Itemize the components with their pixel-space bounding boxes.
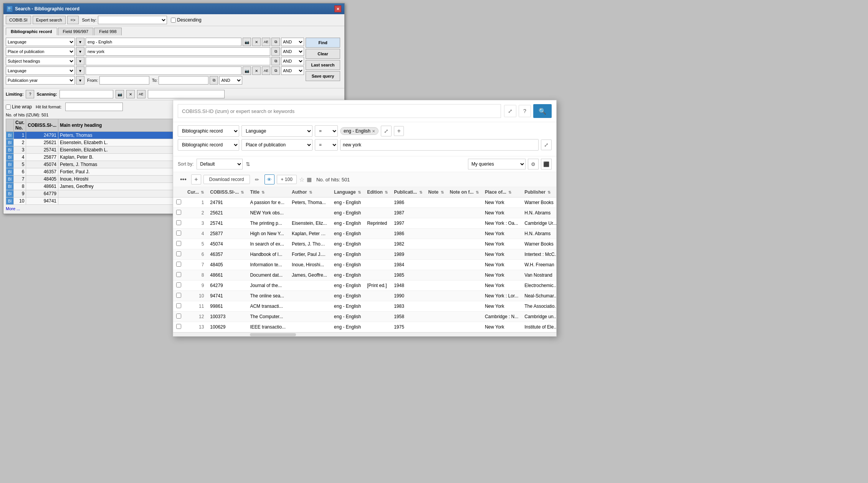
last-search-button[interactable]: Last search	[306, 60, 340, 70]
line-wrap-checkbox[interactable]	[6, 105, 11, 110]
row-checkbox[interactable]	[176, 251, 181, 256]
col-header[interactable]: Note ⇅	[425, 187, 447, 198]
table-row[interactable]: 1199861ACM transacti...eng - English1983…	[173, 301, 556, 312]
row-checkbox[interactable]	[176, 241, 181, 246]
filter-btn-4[interactable]: ▼	[76, 66, 84, 75]
row-checkbox[interactable]	[176, 282, 181, 287]
w2-download-btn[interactable]: Download record	[203, 175, 250, 184]
operator-5[interactable]: AND	[219, 76, 242, 85]
table-row[interactable]: 1094741The online sea...eng - English199…	[173, 291, 556, 301]
w2-row1-expand[interactable]: ⤢	[381, 126, 392, 136]
year-from-input[interactable]	[99, 76, 149, 85]
table-row[interactable]: 545074In search of ex...Peters, J. Thom.…	[173, 239, 556, 249]
row-checkbox-cell[interactable]	[173, 322, 184, 332]
col-header[interactable]: Cur... ⇅	[184, 187, 207, 198]
copy-btn-5[interactable]: ⧉	[210, 76, 218, 85]
w2-edit-btn[interactable]: ✏	[252, 174, 262, 184]
field-select-subject[interactable]: Subject headings	[6, 57, 75, 65]
w2-sort-select[interactable]: Default	[197, 159, 243, 169]
row-checkbox-cell[interactable]	[173, 260, 184, 270]
row-checkbox-cell[interactable]	[173, 208, 184, 218]
table-row[interactable]: 12100373The Computer...eng - English1958…	[173, 312, 556, 322]
arrow-button[interactable]: =>	[67, 16, 79, 24]
row-checkbox-cell[interactable]	[173, 198, 184, 208]
row-checkbox[interactable]	[176, 220, 181, 225]
table-row[interactable]: 325741The printing p...Eisenstein, Eliz.…	[173, 218, 556, 229]
tab-bibliographic[interactable]: Bibliographic record	[6, 28, 57, 35]
w2-filter-op-2[interactable]: =	[315, 139, 338, 151]
row-checkbox-cell[interactable]	[173, 239, 184, 249]
filter-btn-1[interactable]: ▼	[76, 38, 84, 46]
row-checkbox[interactable]	[176, 210, 181, 215]
w2-filter-value-2[interactable]	[340, 139, 539, 151]
col-header[interactable]: COBISS.SI-... ⇅	[207, 187, 247, 198]
table-row[interactable]: 124791A passion for e...Peters, Thoma...…	[173, 198, 556, 208]
operator-3[interactable]: AND	[281, 57, 304, 65]
col-header[interactable]: Publisher ⇅	[521, 187, 556, 198]
row-checkbox-cell[interactable]	[173, 312, 184, 322]
sort-select[interactable]	[98, 16, 167, 24]
row-checkbox-cell[interactable]	[173, 270, 184, 281]
row-checkbox[interactable]	[176, 199, 181, 204]
w2-plus100-btn[interactable]: + 100	[277, 175, 297, 184]
row-checkbox-cell[interactable]	[173, 229, 184, 239]
w2-action-add-btn[interactable]: +	[191, 174, 201, 184]
clear-btn-1[interactable]: ✕	[252, 38, 261, 46]
w2-filter-main-2[interactable]: Bibliographic record	[178, 139, 239, 151]
row-checkbox[interactable]	[176, 262, 181, 267]
subject-input[interactable]	[86, 57, 270, 65]
filter-btn-2[interactable]: ▼	[76, 47, 84, 56]
copy-btn-3[interactable]: ⧉	[271, 57, 280, 65]
ae-btn-2[interactable]: AE	[262, 66, 270, 75]
limiting-input[interactable]	[60, 90, 113, 98]
col-header[interactable]: Note on f... ⇅	[447, 187, 482, 198]
format-input[interactable]: Default format	[65, 103, 123, 111]
row-checkbox[interactable]	[176, 314, 181, 319]
year-to-input[interactable]	[159, 76, 208, 85]
w2-tag-close-1[interactable]: ✕	[372, 129, 375, 133]
w2-star-btn[interactable]: ☆	[299, 176, 304, 183]
w2-queries-select[interactable]: My queries	[468, 159, 526, 169]
field-select-language[interactable]: Language	[6, 38, 75, 46]
row-checkbox-cell[interactable]	[173, 218, 184, 229]
tab-field-996[interactable]: Field 996/997	[58, 28, 94, 35]
w2-filter-op-1[interactable]: =	[315, 125, 338, 137]
field-select-place[interactable]: Place of publication	[6, 47, 75, 56]
table-row[interactable]: 13100629IEEE transactio...eng - English1…	[173, 322, 556, 332]
operator-1[interactable]: AND	[281, 38, 304, 46]
w2-row2-expand[interactable]: ⤢	[541, 139, 552, 150]
limiting-cam-btn[interactable]: 📷	[116, 90, 124, 98]
clear-button[interactable]: Clear	[306, 49, 340, 59]
tab-field-998[interactable]: Field 998	[94, 28, 121, 35]
copy-btn-1[interactable]: ⧉	[271, 38, 280, 46]
w2-export-btn[interactable]: ⬛	[541, 159, 552, 169]
place-input[interactable]	[86, 47, 270, 56]
clear-btn-2[interactable]: ✕	[252, 66, 261, 75]
table-row[interactable]: 225621NEW York obs...eng - English1987Ne…	[173, 208, 556, 218]
table-row[interactable]: 425877High on New Y...Kaplan, Peter B...…	[173, 229, 556, 239]
row-checkbox[interactable]	[176, 293, 181, 298]
ae-btn-1[interactable]: AE	[262, 38, 270, 46]
more-link[interactable]: More ...	[6, 206, 20, 211]
scrollbar[interactable]	[173, 332, 556, 336]
row-checkbox[interactable]	[176, 272, 181, 277]
camera-btn-1[interactable]: 📷	[243, 38, 251, 46]
w2-help-btn[interactable]: ?	[519, 105, 531, 117]
col-header[interactable]: Language ⇅	[331, 187, 364, 198]
col-header[interactable]: Author ⇅	[289, 187, 331, 198]
table-row[interactable]: 848661Document dat...James, Geoffre...en…	[173, 270, 556, 281]
w2-filter-main-1[interactable]: Bibliographic record	[178, 125, 239, 137]
copy-btn-4[interactable]: ⧉	[271, 66, 280, 75]
row-checkbox-cell[interactable]	[173, 291, 184, 301]
col-header[interactable]: Title ⇅	[247, 187, 289, 198]
camera-btn-2[interactable]: 📷	[243, 66, 251, 75]
find-button[interactable]: Find	[306, 38, 340, 48]
cobiss-button[interactable]: COBIB.SI	[6, 16, 31, 24]
w2-grid-btn[interactable]: ▦	[307, 176, 312, 183]
col-header[interactable]: Edition ⇅	[364, 187, 391, 198]
operator-4[interactable]: AND	[281, 66, 304, 75]
w2-search-input[interactable]	[178, 104, 501, 118]
limiting-help-btn[interactable]: ?	[26, 90, 34, 98]
field-select-language2[interactable]: Language	[6, 66, 75, 75]
filter-btn-5[interactable]: ▼	[76, 76, 84, 85]
